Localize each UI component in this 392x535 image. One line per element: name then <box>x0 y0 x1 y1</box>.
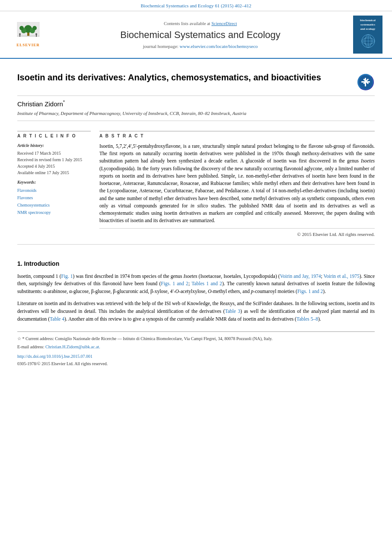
elsevier-tree-icon <box>16 22 40 41</box>
journal-title: Biochemical Systematics and Ecology <box>52 29 349 42</box>
keyword-1: Flavonoids <box>17 187 91 194</box>
figs12-link[interactable]: Figs. 1 and 2 <box>161 281 188 286</box>
article-info-abstract-row: A R T I C L E I N F O Article history: R… <box>17 131 375 238</box>
top-citation-text: Biochemical Systematics and Ecology 61 (… <box>140 3 251 8</box>
table3-link[interactable]: Table 3 <box>225 309 240 314</box>
journal-header: ELSEVIER Contents lists available at Sci… <box>0 11 392 59</box>
abstract-text: Isoetin, 5,7,2′,4′,5′-pentahydroxyflavon… <box>99 143 375 225</box>
received-revised-date: Received in revised form 1 July 2015 <box>17 156 91 163</box>
crossmark-badge[interactable]: ✕ <box>357 74 375 91</box>
current-address-footnote: ☆ * Current address: Consiglio Nazionale… <box>17 335 375 342</box>
crossmark-icon: ✕ <box>358 74 373 90</box>
copyright-line: © 2015 Elsevier Ltd. All rights reserved… <box>99 228 375 238</box>
keyword-3: Chemosystematics <box>17 201 91 209</box>
keywords-list: Flavonoids Flavones Chemosystematics NMR… <box>17 187 91 216</box>
section-divider <box>17 244 375 245</box>
email-footnote: E-mail address: Christian.H.Zidorn@uibk.… <box>17 344 375 350</box>
article-info-column: A R T I C L E I N F O Article history: R… <box>17 131 91 238</box>
available-date: Available online 17 July 2015 <box>17 169 91 176</box>
top-citation-bar: Biochemical Systematics and Ecology 61 (… <box>0 0 392 11</box>
author-name: Christian Zidorn* <box>17 99 375 108</box>
issn-line: 0305-1978/© 2015 Elsevier Ltd. All right… <box>17 361 375 367</box>
author-section: Christian Zidorn* Institute of Pharmacy,… <box>17 96 375 124</box>
voirin1975-link[interactable]: Voirin et al., 1975 <box>324 274 360 279</box>
article-history-label: Article history: <box>17 143 91 149</box>
figs12b-link[interactable]: Figs. 1 and 2 <box>297 289 323 294</box>
main-content: Isoetin and its derivatives: Analytics, … <box>0 59 392 373</box>
current-address-text: Consiglio Nazionale delle Ricerche — Ist… <box>55 336 272 341</box>
keyword-2: Flavones <box>17 194 91 201</box>
doi-link[interactable]: http://dx.doi.org/10.1016/j.bse.2015.07.… <box>17 354 92 359</box>
journal-cover-image: biochemical systematics and ecology <box>353 16 383 54</box>
svg-point-6 <box>32 26 37 30</box>
article-history-dates: Received 17 March 2015 Received in revis… <box>17 150 91 176</box>
cover-graphic <box>356 32 380 51</box>
journal-title-area: Contents lists available at ScienceDirec… <box>52 19 349 50</box>
article-info-header: A R T I C L E I N F O <box>17 131 91 139</box>
tables12-link[interactable]: Tables 1 and 2 <box>191 281 222 286</box>
intro-paragraph-1: Isoetin, compound 1 (Fig. 1) was first d… <box>17 273 375 296</box>
homepage-link[interactable]: www.elsevier.com/locate/biochemsyseco <box>180 44 258 49</box>
footnote-star: ☆ <box>17 336 22 341</box>
homepage-line: journal homepage: www.elsevier.com/locat… <box>52 43 349 50</box>
intro-paragraph-2: Literature on isoetin and its derivative… <box>17 300 375 323</box>
cover-line2: systematics <box>360 23 375 26</box>
cover-line1: biochemical <box>360 19 376 22</box>
svg-point-5 <box>19 26 24 30</box>
voirin1974-link[interactable]: Voirin and Jay, 1974 <box>280 274 321 279</box>
article-title: Isoetin and its derivatives: Analytics, … <box>17 72 353 83</box>
table4-link[interactable]: Table 4 <box>50 316 64 322</box>
contents-line: Contents lists available at ScienceDirec… <box>52 19 349 29</box>
elsevier-logo-container: ELSEVIER <box>9 22 48 48</box>
received-date: Received 17 March 2015 <box>17 150 91 156</box>
abstract-section: A B S T R A C T Isoetin, 5,7,2′,4′,5′-pe… <box>99 131 375 238</box>
introduction-section: 1. Introduction Isoetin, compound 1 (Fig… <box>17 255 375 323</box>
email-label: E-mail address: <box>17 344 44 349</box>
elsevier-wordmark: ELSEVIER <box>16 42 40 48</box>
abstract-header: A B S T R A C T <box>99 131 375 139</box>
introduction-title: 1. Introduction <box>17 260 375 268</box>
sciencedirect-link[interactable]: ScienceDirect <box>211 21 237 26</box>
svg-point-10 <box>35 33 37 35</box>
email-link[interactable]: Christian.H.Zidorn@uibk.ac.at. <box>45 344 100 349</box>
keyword-4: NMR spectroscopy <box>17 209 91 216</box>
author-affiliation: Institute of Pharmacy, Department of Pha… <box>17 110 375 121</box>
footnote-section: ☆ * Current address: Consiglio Nazionale… <box>17 331 375 367</box>
svg-rect-23 <box>365 78 366 86</box>
svg-rect-11 <box>36 35 37 37</box>
accepted-date: Accepted 4 July 2015 <box>17 163 91 169</box>
cover-line3: and ecology <box>360 27 375 31</box>
doi-line[interactable]: http://dx.doi.org/10.1016/j.bse.2015.07.… <box>17 353 375 360</box>
article-title-section: Isoetin and its derivatives: Analytics, … <box>17 65 375 96</box>
svg-point-8 <box>19 33 21 35</box>
fig1-link[interactable]: Fig. 1 <box>61 274 73 279</box>
svg-rect-9 <box>19 35 20 37</box>
current-address-label: * Current address: <box>22 336 54 341</box>
keywords-label: Keywords: <box>17 179 91 185</box>
tables58-link[interactable]: Tables 5–8 <box>296 316 318 322</box>
